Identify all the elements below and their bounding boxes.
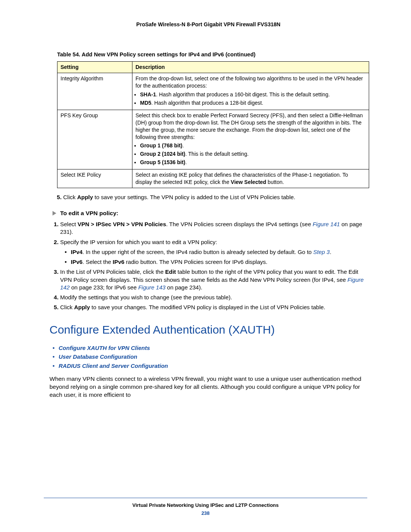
step: Modify the settings that you wish to cha… xyxy=(60,294,367,301)
page-footer: Virtual Private Networking Using IPSec a… xyxy=(44,495,367,517)
desc-intro: From the drop-down list, select one of t… xyxy=(135,75,363,89)
cell-description: Select this check box to enable Perfect … xyxy=(132,110,369,169)
ipver: IPv4 xyxy=(71,249,83,255)
t: on page 234). xyxy=(166,284,202,291)
list-item: IPv4. In the upper right of the screen, … xyxy=(71,248,367,256)
cell-setting: Integrity Algorithm xyxy=(57,73,132,110)
group-name: Group 1 (768 bit) xyxy=(140,142,182,149)
list-item: Group 5 (1536 bit). xyxy=(140,159,366,166)
section-heading: Configure Extended Authentication (XAUTH… xyxy=(49,322,367,338)
t: Click xyxy=(60,304,74,310)
running-head: ProSafe Wireless-N 8-Port Gigabit VPN Fi… xyxy=(49,21,367,28)
th-description: Description xyxy=(132,62,369,73)
step: Specify the IP version for which you wan… xyxy=(60,238,367,266)
continue-list: Click Apply to save your settings. The V… xyxy=(53,193,367,201)
ipver: IPv6 xyxy=(71,259,83,265)
table-row: Select IKE Policy Select an existing IKE… xyxy=(57,169,369,188)
cell-description: From the drop-down list, select one of t… xyxy=(132,73,369,110)
table-caption: Table 54. Add New VPN Policy screen sett… xyxy=(57,51,367,59)
toc-link[interactable]: RADIUS Client and Server Configuration xyxy=(59,362,367,370)
figure-link[interactable]: Figure 143 xyxy=(138,284,166,291)
t: . xyxy=(330,249,331,255)
list-item: Group 2 (1024 bit). This is the default … xyxy=(140,150,366,158)
step: In the List of VPN Policies table, click… xyxy=(60,268,367,291)
step: Click Apply to save your settings. The V… xyxy=(63,193,367,201)
footer-chapter: Virtual Private Networking Using IPSec a… xyxy=(44,502,367,509)
table-row: Integrity Algorithm From the drop-down l… xyxy=(57,73,369,110)
step-link[interactable]: Step 3 xyxy=(313,249,330,255)
edit-ref: Edit xyxy=(165,268,176,275)
footer-page-number: 238 xyxy=(44,510,367,517)
table-row: PFS Key Group Select this check box to e… xyxy=(57,110,369,169)
step-text: Click xyxy=(63,194,77,200)
group-name: Group 5 (1536 bit) xyxy=(140,159,185,165)
triangle-icon xyxy=(53,211,56,216)
cell-setting: Select IKE Policy xyxy=(57,169,132,188)
step-text: to save your settings. The VPN policy is… xyxy=(93,194,295,200)
t: on page 233; for IPv6 see xyxy=(70,284,138,291)
figure-link[interactable]: Figure 141 xyxy=(312,221,340,227)
footer-rule xyxy=(44,498,367,498)
toc-link[interactable]: User Database Configuration xyxy=(59,353,367,361)
group-rest: . This is the default setting. xyxy=(185,151,249,157)
step: Select VPN > IPSec VPN > VPN Policies. T… xyxy=(60,220,367,236)
menu-path: VPN > IPSec VPN > VPN Policies xyxy=(78,221,166,227)
settings-table: Setting Description Integrity Algorithm … xyxy=(57,61,369,188)
desc-intro: Select this check box to enable Perfect … xyxy=(135,112,363,140)
t: In the List of VPN Policies table, click… xyxy=(60,268,165,275)
button-ref: View Selected xyxy=(231,179,266,185)
t: Select xyxy=(60,221,78,227)
section-toc: Configure XAUTH for VPN Clients User Dat… xyxy=(59,344,367,370)
algo-rest: . Hash algorithm that produces a 128-bit… xyxy=(151,100,263,106)
algo-rest: . Hash algorithm that produces a 160-bit… xyxy=(156,91,330,97)
t: . Select the xyxy=(83,259,113,265)
algo-name: MD5 xyxy=(140,100,151,106)
t: to save your changes. The modified VPN p… xyxy=(90,304,325,310)
list-item: MD5. Hash algorithm that produces a 128-… xyxy=(140,99,366,107)
apply-ref: Apply xyxy=(77,194,93,200)
th-setting: Setting xyxy=(57,62,132,73)
page: ProSafe Wireless-N 8-Port Gigabit VPN Fi… xyxy=(0,0,411,532)
radio-ref: IPv6 xyxy=(113,259,124,265)
procedure-title: To edit a VPN policy: xyxy=(60,210,118,216)
t: . In the upper right of the screen, the … xyxy=(83,249,313,255)
cell-description: Select an existing IKE policy that defin… xyxy=(132,169,369,188)
procedure-heading: To edit a VPN policy: xyxy=(53,209,367,217)
list-item: SHA-1. Hash algorithm that produces a 16… xyxy=(140,91,366,98)
step: Click Apply to save your changes. The mo… xyxy=(60,304,367,311)
list-item: Group 1 (768 bit). xyxy=(140,142,366,149)
procedure-steps: Select VPN > IPSec VPN > VPN Policies. T… xyxy=(49,220,367,312)
body-paragraph: When many VPN clients connect to a wirel… xyxy=(49,375,367,399)
t: radio button. The VPN Policies screen fo… xyxy=(124,259,268,265)
algo-name: SHA-1 xyxy=(140,91,156,97)
apply-ref: Apply xyxy=(74,304,90,310)
toc-link[interactable]: Configure XAUTH for VPN Clients xyxy=(59,344,367,352)
cell-setting: PFS Key Group xyxy=(57,110,132,169)
list-item: IPv6. Select the IPv6 radio button. The … xyxy=(71,258,367,266)
t: . The VPN Policies screen displays the I… xyxy=(166,221,312,227)
group-name: Group 2 (1024 bit) xyxy=(140,151,185,157)
t: Specify the IP version for which you wan… xyxy=(60,239,217,245)
desc-part: button. xyxy=(266,179,284,185)
